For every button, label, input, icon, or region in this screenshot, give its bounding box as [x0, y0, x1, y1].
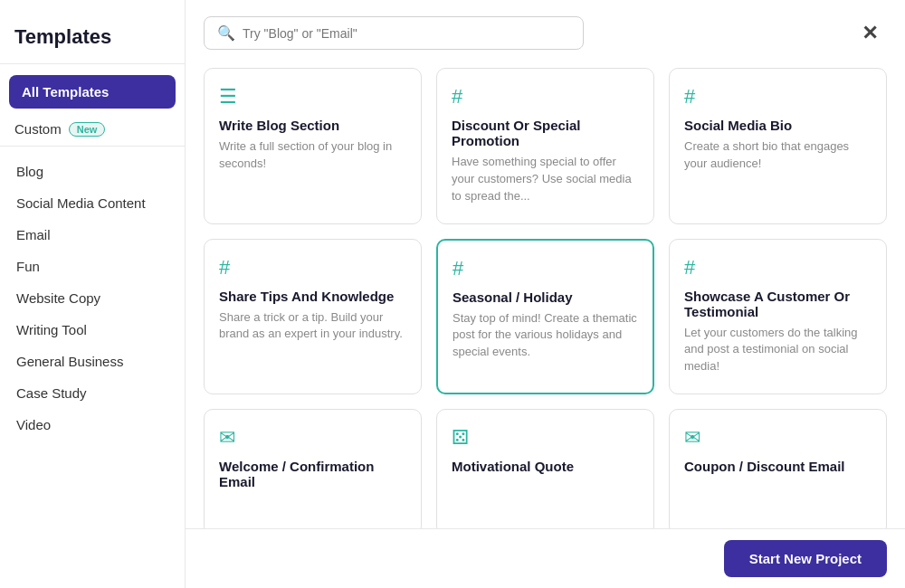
- card-icon-social-media-bio: #: [684, 85, 872, 109]
- cards-area: ☰Write Blog SectionWrite a full section …: [186, 59, 905, 588]
- new-badge: New: [69, 122, 106, 137]
- card-title-write-blog-section: Write Blog Section: [219, 118, 406, 133]
- card-icon-welcome-confirmation-email: ✉: [219, 426, 406, 450]
- card-icon-motivational-quote: ⚄: [452, 426, 639, 450]
- card-social-media-bio[interactable]: #Social Media BioCreate a short bio that…: [669, 68, 887, 224]
- card-welcome-confirmation-email[interactable]: ✉Welcome / Confirmation Email: [204, 409, 422, 536]
- card-icon-seasonal-holiday: #: [452, 257, 638, 280]
- sidebar-item-video[interactable]: Video: [0, 409, 185, 441]
- card-desc-discount-or-special-promotion: Have something special to offer your cus…: [452, 154, 639, 205]
- card-title-share-tips-and-knowledge: Share Tips And Knowledge: [219, 289, 406, 304]
- card-title-seasonal-holiday: Seasonal / Holiday: [452, 289, 638, 305]
- cards-grid: ☰Write Blog SectionWrite a full section …: [204, 68, 887, 536]
- card-title-discount-or-special-promotion: Discount Or Special Promotion: [452, 118, 639, 148]
- sidebar-item-fun[interactable]: Fun: [0, 251, 185, 282]
- card-desc-share-tips-and-knowledge: Share a trick or a tip. Build your brand…: [219, 309, 406, 344]
- custom-label: Custom: [14, 121, 62, 137]
- start-new-project-button[interactable]: Start New Project: [724, 540, 887, 577]
- card-title-coupon-discount-email: Coupon / Discount Email: [684, 459, 872, 474]
- sidebar-item-email[interactable]: Email: [0, 219, 185, 251]
- card-write-blog-section[interactable]: ☰Write Blog SectionWrite a full section …: [204, 68, 422, 224]
- sidebar-nav: BlogSocial Media ContentEmailFunWebsite …: [0, 147, 185, 450]
- search-input[interactable]: [243, 26, 570, 41]
- card-coupon-discount-email[interactable]: ✉Coupon / Discount Email: [669, 409, 887, 536]
- sidebar-item-website-copy[interactable]: Website Copy: [0, 282, 185, 314]
- card-discount-or-special-promotion[interactable]: #Discount Or Special PromotionHave somet…: [436, 68, 654, 224]
- sidebar: Templates All Templates Custom New BlogS…: [0, 0, 186, 588]
- sidebar-item-case-study[interactable]: Case Study: [0, 377, 185, 409]
- card-title-social-media-bio: Social Media Bio: [684, 118, 872, 133]
- sidebar-item-writing-tool[interactable]: Writing Tool: [0, 314, 185, 346]
- card-icon-share-tips-and-knowledge: #: [219, 256, 406, 280]
- card-share-tips-and-knowledge[interactable]: #Share Tips And KnowledgeShare a trick o…: [204, 239, 422, 395]
- card-desc-social-media-bio: Create a short bio that engages your aud…: [684, 138, 872, 173]
- close-button[interactable]: ✕: [853, 18, 887, 49]
- sidebar-item-blog[interactable]: Blog: [0, 156, 185, 187]
- card-icon-write-blog-section: ☰: [219, 85, 406, 109]
- card-title-welcome-confirmation-email: Welcome / Confirmation Email: [219, 459, 406, 489]
- card-title-motivational-quote: Motivational Quote: [452, 459, 639, 474]
- card-icon-coupon-discount-email: ✉: [684, 426, 872, 450]
- bottom-bar: Start New Project: [186, 528, 905, 588]
- card-icon-showcase-customer-testimonial: #: [684, 256, 872, 280]
- card-icon-discount-or-special-promotion: #: [452, 85, 639, 109]
- main-header: 🔍 ✕: [186, 0, 905, 59]
- card-desc-seasonal-holiday: Stay top of mind! Create a thematic post…: [452, 310, 638, 362]
- card-showcase-customer-testimonial[interactable]: #Showcase A Customer Or TestimonialLet y…: [669, 239, 887, 395]
- card-desc-showcase-customer-testimonial: Let your customers do the talking and po…: [684, 325, 872, 376]
- card-title-showcase-customer-testimonial: Showcase A Customer Or Testimonial: [684, 289, 872, 319]
- search-bar[interactable]: 🔍: [204, 16, 584, 50]
- card-motivational-quote[interactable]: ⚄Motivational Quote: [436, 409, 654, 536]
- all-templates-button[interactable]: All Templates: [9, 75, 176, 109]
- sidebar-title: Templates: [0, 0, 185, 64]
- sidebar-item-general-business[interactable]: General Business: [0, 346, 185, 377]
- card-seasonal-holiday[interactable]: #Seasonal / HolidayStay top of mind! Cre…: [436, 239, 654, 395]
- sidebar-item-social-media-content[interactable]: Social Media Content: [0, 187, 185, 219]
- search-icon: 🔍: [217, 24, 235, 42]
- custom-row: Custom New: [0, 116, 185, 147]
- main-content: 🔍 ✕ ☰Write Blog SectionWrite a full sect…: [186, 0, 905, 588]
- card-desc-write-blog-section: Write a full section of your blog in sec…: [219, 138, 406, 173]
